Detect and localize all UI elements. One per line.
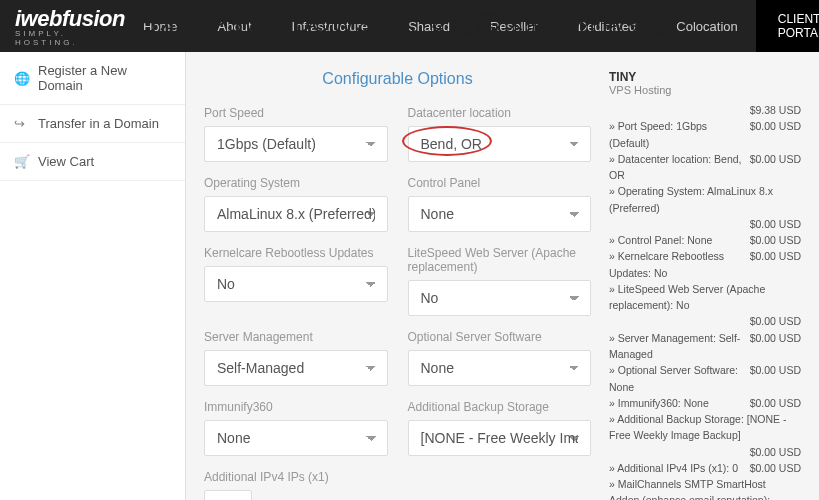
summary-line: » Datacenter location: Bend, OR$0.00 USD xyxy=(609,151,801,184)
ipv4-input[interactable] xyxy=(204,490,252,500)
summary-title: TINY xyxy=(609,70,801,84)
summary-line: » Immunify360: None$0.00 USD xyxy=(609,395,801,411)
server-mgmt-select[interactable]: Self-Managed xyxy=(204,350,388,386)
summary-line: » Control Panel: None$0.00 USD xyxy=(609,232,801,248)
sidebar-transfer-domain[interactable]: ↪ Transfer in a Domain xyxy=(0,105,185,143)
summary-line: » MailChannels SMTP SmartHost Addon (enh… xyxy=(609,476,801,500)
kernelcare-label: Kernelcare Rebootless Updates xyxy=(204,246,388,260)
summary-subtitle: VPS Hosting xyxy=(609,84,801,96)
nav-dedicated[interactable]: Dedicated xyxy=(560,1,655,52)
nav-about[interactable]: About xyxy=(200,1,270,52)
summary-line: » Kernelcare Rebootless Updates: No$0.00… xyxy=(609,248,801,281)
sidebar-label: Register a New Domain xyxy=(38,63,171,93)
summary-base-price: $9.38 USD xyxy=(750,102,801,118)
control-panel-select[interactable]: None xyxy=(408,196,592,232)
dc-location-select[interactable]: Bend, OR xyxy=(408,126,592,162)
summary-line: » Server Management: Self-Managed$0.00 U… xyxy=(609,330,801,363)
immunify-label: Immunify360 xyxy=(204,400,388,414)
nav-links: Home About Infrastructure Shared Reselle… xyxy=(125,1,756,52)
sidebar-view-cart[interactable]: 🛒 View Cart xyxy=(0,143,185,181)
sidebar-label: Transfer in a Domain xyxy=(38,116,159,131)
backup-select[interactable]: [NONE - Free Weekly Image xyxy=(408,420,592,456)
backup-label: Additional Backup Storage xyxy=(408,400,592,414)
summary-line: » Optional Server Software: None$0.00 US… xyxy=(609,362,801,395)
logo[interactable]: iwebfusion SIMPLY. HOSTING. xyxy=(15,6,125,47)
optional-sw-select[interactable]: None xyxy=(408,350,592,386)
nav-colocation[interactable]: Colocation xyxy=(658,1,755,52)
summary-line: » Port Speed: 1Gbps (Default)$0.00 USD xyxy=(609,118,801,151)
cart-icon: 🛒 xyxy=(14,154,28,169)
summary-line: » LiteSpeed Web Server (Apache replaceme… xyxy=(609,281,801,314)
order-summary: TINY VPS Hosting $9.38 USD » Port Speed:… xyxy=(609,70,801,500)
kernelcare-select[interactable]: No xyxy=(204,266,388,302)
ipv4-label: Additional IPv4 IPs (x1) xyxy=(204,470,591,484)
server-mgmt-label: Server Management xyxy=(204,330,388,344)
globe-icon: 🌐 xyxy=(14,71,28,86)
top-navigation: iwebfusion SIMPLY. HOSTING. Home About I… xyxy=(0,0,819,52)
control-panel-label: Control Panel xyxy=(408,176,592,190)
client-portal-button[interactable]: CLIENT PORTAL xyxy=(756,0,819,52)
port-speed-select[interactable]: 1Gbps (Default) xyxy=(204,126,388,162)
nav-home[interactable]: Home xyxy=(125,1,196,52)
sidebar-register-domain[interactable]: 🌐 Register a New Domain xyxy=(0,52,185,105)
config-title: Configurable Options xyxy=(204,70,591,88)
nav-shared[interactable]: Shared xyxy=(390,1,468,52)
summary-line: $0.00 USD xyxy=(609,444,801,460)
port-speed-label: Port Speed xyxy=(204,106,388,120)
nav-reseller[interactable]: Reseller xyxy=(472,1,556,52)
logo-text: iwebfusion xyxy=(15,6,125,32)
optional-sw-label: Optional Server Software xyxy=(408,330,592,344)
config-section: Configurable Options Port Speed 1Gbps (D… xyxy=(204,70,591,500)
litespeed-label: LiteSpeed Web Server (Apache replacement… xyxy=(408,246,592,274)
os-select[interactable]: AlmaLinux 8.x (Preferred) xyxy=(204,196,388,232)
sidebar: 🌐 Register a New Domain ↪ Transfer in a … xyxy=(0,52,186,500)
summary-line: $0.00 USD xyxy=(609,313,801,329)
sidebar-label: View Cart xyxy=(38,154,94,169)
litespeed-select[interactable]: No xyxy=(408,280,592,316)
immunify-select[interactable]: None xyxy=(204,420,388,456)
summary-line: » Additional Backup Storage: [NONE - Fre… xyxy=(609,411,801,444)
nav-infrastructure[interactable]: Infrastructure xyxy=(274,1,387,52)
os-label: Operating System xyxy=(204,176,388,190)
summary-line: $0.00 USD xyxy=(609,216,801,232)
share-icon: ↪ xyxy=(14,116,28,131)
dc-location-label: Datacenter location xyxy=(408,106,592,120)
summary-line: » Operating System: AlmaLinux 8.x (Prefe… xyxy=(609,183,801,216)
summary-line: » Additional IPv4 IPs (x1): 0$0.00 USD xyxy=(609,460,801,476)
